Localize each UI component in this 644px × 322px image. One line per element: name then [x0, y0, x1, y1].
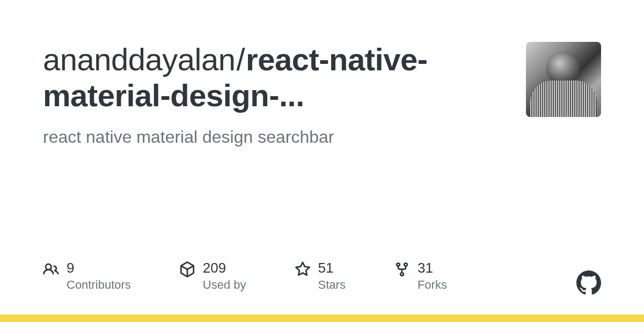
stat-label: Forks	[418, 278, 447, 292]
stat-stars[interactable]: 51 Stars	[295, 260, 346, 292]
people-icon	[43, 261, 59, 277]
package-icon	[179, 261, 195, 277]
repo-slash: /	[236, 42, 245, 77]
stat-used-by[interactable]: 209 Used by	[179, 260, 246, 292]
stat-contributors[interactable]: 9 Contributors	[43, 260, 131, 292]
stat-forks[interactable]: 31 Forks	[394, 260, 447, 292]
fork-icon	[394, 261, 410, 277]
stats-row: 9 Contributors 209 Used by 51 Stars 31 F…	[43, 260, 601, 292]
avatar[interactable]	[526, 42, 601, 117]
stat-value: 9	[67, 260, 131, 276]
repo-header: ananddayalan/react-native-material-desig…	[0, 0, 644, 147]
stat-label: Used by	[203, 278, 246, 292]
stat-value: 31	[418, 260, 447, 276]
repo-owner[interactable]: ananddayalan	[43, 42, 235, 77]
stat-label: Contributors	[67, 278, 131, 292]
repo-text-block: ananddayalan/react-native-material-desig…	[43, 42, 504, 147]
stat-value: 209	[203, 260, 246, 276]
repo-title: ananddayalan/react-native-material-desig…	[43, 42, 504, 113]
stat-value: 51	[318, 260, 346, 276]
github-logo-icon[interactable]	[576, 270, 601, 295]
repo-description: react native material design searchbar	[43, 127, 504, 147]
accent-bar	[0, 314, 644, 322]
stat-label: Stars	[318, 278, 346, 292]
star-icon	[295, 261, 311, 277]
